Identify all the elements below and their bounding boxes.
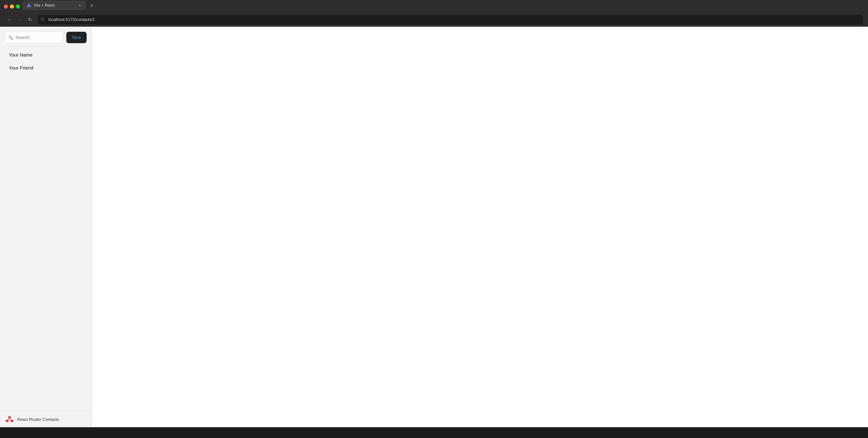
maximize-button[interactable] (16, 4, 20, 8)
address-input[interactable] (38, 15, 863, 24)
traffic-lights (4, 4, 20, 8)
contact-list: Your Name Your Friend (0, 47, 92, 411)
sidebar-header: 🔍 New (0, 27, 92, 47)
new-tab-button[interactable]: + (87, 1, 96, 10)
address-bar-row: ← → ↻ ⓘ (0, 13, 868, 27)
nav-buttons: ← → ↻ (5, 15, 34, 24)
contact-item-2[interactable]: Your Friend (3, 61, 89, 74)
footer-text: React Router Contacts (17, 417, 59, 422)
svg-point-4 (8, 416, 11, 419)
tab-favicon (26, 3, 31, 8)
react-router-logo (5, 416, 14, 423)
back-button[interactable]: ← (5, 15, 14, 24)
svg-line-5 (8, 418, 9, 420)
active-tab[interactable]: Vite + React × (23, 1, 86, 10)
minimize-button[interactable] (10, 4, 14, 8)
main-content (92, 27, 868, 427)
sidebar-footer: React Router Contacts (0, 411, 92, 427)
title-bar: Vite + React × + (0, 0, 868, 13)
svg-point-2 (6, 419, 8, 422)
search-icon: 🔍 (8, 35, 13, 40)
forward-button[interactable]: → (15, 15, 24, 24)
search-wrapper: 🔍 (5, 32, 63, 43)
svg-line-6 (10, 418, 11, 420)
page: 🔍 New Your Name Your Friend (0, 27, 868, 427)
refresh-button[interactable]: ↻ (25, 15, 34, 24)
tab-title: Vite + React (34, 3, 74, 8)
address-bar-container: ⓘ (38, 15, 863, 24)
new-button[interactable]: New (66, 32, 87, 43)
browser-chrome: Vite + React × + ← → ↻ ⓘ (0, 0, 868, 27)
sidebar: 🔍 New Your Name Your Friend (0, 27, 92, 427)
contact-item-1[interactable]: Your Name (3, 48, 89, 61)
tab-close-icon[interactable]: × (77, 3, 82, 8)
search-input[interactable] (5, 32, 63, 43)
lock-icon: ⓘ (41, 17, 44, 22)
close-button[interactable] (4, 4, 8, 8)
svg-point-3 (11, 419, 13, 422)
